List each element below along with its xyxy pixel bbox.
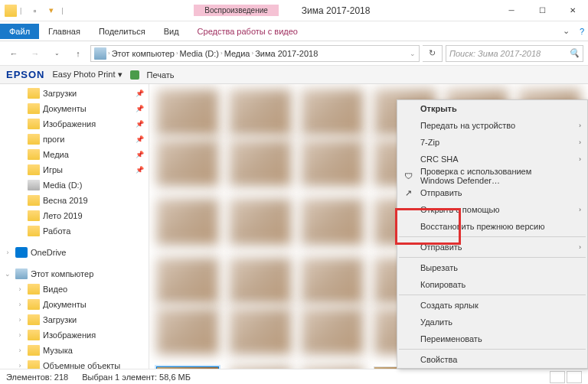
context-menu-item[interactable]: Вырезать — [397, 259, 587, 276]
tab-home[interactable]: Главная — [39, 24, 90, 39]
thumbnail[interactable] — [155, 257, 220, 306]
tree-label: Документы — [43, 104, 87, 113]
tree-item[interactable]: Документы📌 — [0, 101, 149, 116]
search-input[interactable]: Поиск: Зима 2017-2018🔍 — [446, 45, 583, 62]
minimize-button[interactable]: ─ — [496, 0, 527, 21]
folder-icon — [28, 88, 40, 99]
shield-icon: 🛡 — [402, 170, 414, 182]
navbar: ← → ⌄ ↑ › Этот компьютер› Media (D:)› Ме… — [0, 41, 588, 66]
context-menu-item[interactable]: Копировать — [397, 276, 587, 293]
tree-item[interactable]: Работа — [0, 223, 149, 239]
thumbnail[interactable] — [155, 89, 220, 138]
thumbnail[interactable] — [300, 198, 365, 255]
context-menu-item[interactable]: Свойства — [397, 351, 587, 368]
drive-icon — [28, 180, 40, 190]
context-menu-item[interactable]: ↗Отправить — [397, 184, 587, 201]
close-button[interactable]: ✕ — [557, 0, 588, 21]
folder-icon — [28, 195, 40, 206]
tree-item[interactable]: Изображения📌 — [0, 116, 149, 132]
thumbnail[interactable] — [300, 308, 365, 365]
thumbnail[interactable] — [300, 366, 365, 369]
breadcrumb-item[interactable]: Медиа — [224, 49, 250, 58]
breadcrumb-item[interactable]: Зима 2017-2018 — [255, 49, 318, 58]
context-menu-item[interactable]: Передать на устройство› — [397, 117, 587, 134]
folder-icon — [28, 149, 40, 160]
tree-item[interactable]: проги📌 — [0, 132, 149, 147]
context-menu-item[interactable]: Открыть с помощью› — [397, 201, 587, 218]
thumbnail[interactable] — [228, 257, 293, 306]
tree-label: Изображения — [43, 119, 96, 129]
back-button[interactable]: ← — [5, 44, 23, 63]
thumbnail[interactable] — [300, 89, 365, 138]
tree-label: Работа — [43, 226, 70, 236]
context-menu-item[interactable]: CRC SHA› — [397, 151, 587, 168]
epson-toolbar: EPSON Easy Photo Print ▾ Печать — [0, 66, 588, 84]
tree-label: Объемные объекты — [43, 361, 120, 369]
context-menu-item[interactable]: Переименовать — [397, 330, 587, 347]
folder-icon — [28, 345, 40, 356]
refresh-button[interactable]: ↻ — [423, 45, 443, 62]
tree-item[interactable]: Весна 2019 — [0, 193, 149, 208]
tab-share[interactable]: Поделиться — [90, 24, 155, 39]
tree-item[interactable]: ›Объемные объекты — [0, 358, 149, 369]
tree-item[interactable]: Медиа📌 — [0, 147, 149, 162]
thumbnail[interactable] — [228, 89, 293, 138]
tab-video-tools[interactable]: Средства работы с видео — [188, 24, 307, 39]
tree-item[interactable]: ›Загрузки — [0, 312, 149, 327]
tab-file[interactable]: Файл — [0, 24, 39, 39]
context-menu-item[interactable]: Отправить› — [397, 239, 587, 255]
thumbnail[interactable] — [155, 139, 220, 197]
tree-label: Загрузки — [43, 89, 77, 98]
context-menu-item[interactable]: 7-Zip› — [397, 134, 587, 151]
epson-easyprint[interactable]: Easy Photo Print ▾ — [53, 70, 122, 80]
folder-icon — [28, 119, 40, 129]
ribbon-expand-icon[interactable]: ⌄ — [557, 26, 576, 36]
thumbnail[interactable] — [228, 366, 293, 369]
tree-item[interactable]: Лето 2019 — [0, 208, 149, 223]
tree-item[interactable]: ›OneDrive — [0, 245, 149, 260]
epson-print[interactable]: Печать — [147, 70, 175, 80]
thumbnail[interactable] — [228, 139, 293, 197]
tree-item[interactable]: Загрузки📌 — [0, 86, 149, 101]
up-button[interactable]: ↑ — [69, 44, 87, 63]
maximize-button[interactable]: ☐ — [527, 0, 557, 21]
recent-dropdown[interactable]: ⌄ — [47, 44, 66, 63]
tree-item[interactable]: ›Видео — [0, 281, 149, 297]
submenu-arrow-icon: › — [579, 122, 581, 129]
breadcrumb[interactable]: › Этот компьютер› Media (D:)› Медиа› Зим… — [90, 45, 420, 62]
context-menu-item[interactable]: Удалить — [397, 314, 587, 330]
thumbnail[interactable] — [300, 257, 365, 306]
tree-item[interactable]: ›Документы — [0, 297, 149, 312]
statusbar: Элементов: 218 Выбран 1 элемент: 58,6 МБ — [0, 369, 588, 384]
folder-icon — [28, 103, 40, 114]
tree-label: Медиа — [43, 150, 69, 159]
context-menu-item[interactable]: Восстановить прежнюю версию — [397, 218, 587, 235]
forward-button[interactable]: → — [26, 44, 44, 63]
thumbnail[interactable] — [155, 198, 220, 255]
qat-properties-icon[interactable]: ▫ — [28, 4, 41, 18]
thumbnail[interactable] — [228, 308, 293, 365]
qat-newfolder-icon[interactable]: ▾ — [44, 4, 58, 18]
context-menu-item[interactable]: Создать ярлык — [397, 297, 587, 314]
pin-icon: 📌 — [136, 151, 144, 158]
context-menu: ОткрытьПередать на устройство›7-Zip›CRC … — [397, 99, 588, 369]
tree-item[interactable]: ›Музыка — [0, 343, 149, 358]
context-menu-item[interactable]: 🛡Проверка с использованием Windows Defen… — [397, 168, 587, 184]
tree-label: Этот компьютер — [31, 269, 93, 278]
tree-item[interactable]: Media (D:) — [0, 177, 149, 193]
thumbnail[interactable] — [228, 198, 293, 255]
thumbnail[interactable]: DSC_0321.MOV — [155, 366, 220, 369]
folder-icon — [28, 134, 40, 145]
view-switcher[interactable] — [550, 371, 582, 383]
tab-view[interactable]: Вид — [155, 24, 188, 39]
tree-item[interactable]: ⌄Этот компьютер — [0, 266, 149, 281]
epson-logo: EPSON — [6, 69, 45, 80]
tree-item[interactable]: ›Изображения — [0, 327, 149, 343]
help-icon[interactable]: ? — [576, 27, 588, 36]
tree-item[interactable]: Игры📌 — [0, 162, 149, 177]
breadcrumb-item[interactable]: Этот компьютер — [112, 49, 175, 58]
thumbnail[interactable] — [155, 308, 220, 365]
breadcrumb-item[interactable]: Media (D:) — [180, 49, 219, 58]
context-menu-item[interactable]: Открыть — [397, 100, 587, 117]
thumbnail[interactable] — [300, 139, 365, 197]
